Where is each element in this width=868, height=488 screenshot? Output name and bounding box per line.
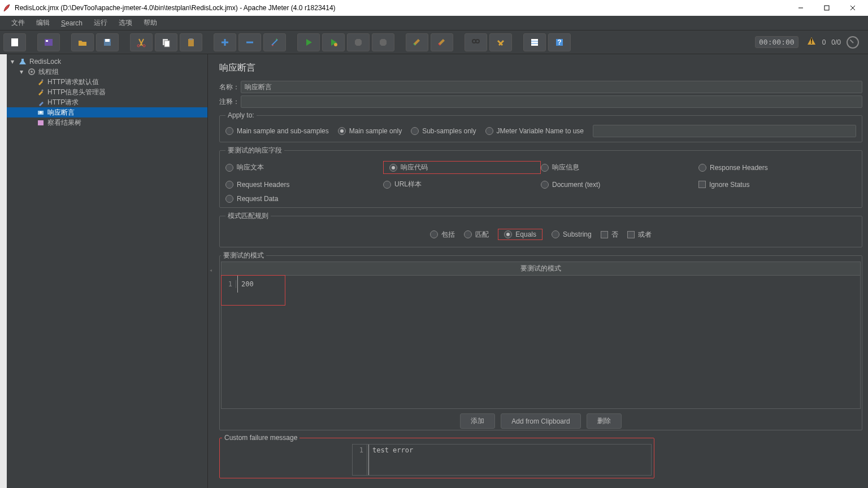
editor-panel: 响应断言 名称： 注释： Apply to: Main sample and s… — [214, 54, 868, 488]
app-icon — [2, 3, 11, 12]
rule-not[interactable]: 否 — [601, 230, 618, 239]
svg-rect-14 — [189, 38, 193, 40]
patterns-table-body[interactable]: 1 200 — [221, 276, 861, 409]
apply-jmeter-var[interactable]: JMeter Variable Name to use — [485, 127, 584, 135]
paste-button[interactable] — [180, 33, 202, 51]
field-document-text[interactable]: Document (text) — [541, 180, 698, 189]
menu-file[interactable]: 文件 — [6, 16, 31, 29]
collapse-button[interactable] — [238, 33, 261, 51]
svg-text:!: ! — [810, 37, 813, 45]
stop-button[interactable] — [347, 33, 370, 51]
svg-point-9 — [137, 45, 140, 47]
gear-icon — [27, 67, 36, 76]
test-field-group: 要测试的响应字段 响应文本 响应代码 响应信息 Response Headers… — [219, 146, 862, 208]
rule-equals[interactable]: Equals — [504, 230, 536, 238]
tree-response-assertion[interactable]: 响应断言 — [7, 107, 207, 117]
warning-count: 0 — [822, 38, 826, 46]
save-button[interactable] — [96, 33, 119, 51]
field-response-message[interactable]: 响应信息 — [541, 161, 698, 174]
add-button[interactable]: 添加 — [460, 413, 495, 429]
cut-button[interactable] — [130, 33, 153, 51]
apply-main-only[interactable]: Main sample only — [338, 127, 402, 135]
custom-failure-input[interactable]: 1 test error — [352, 444, 652, 476]
rule-or[interactable]: 或者 — [627, 230, 652, 239]
function-helper-button[interactable] — [523, 33, 546, 51]
thread-ratio: 0/0 — [831, 38, 841, 46]
copy-button[interactable] — [155, 33, 177, 51]
svg-text:?: ? — [557, 38, 561, 46]
close-button[interactable] — [840, 0, 866, 16]
field-response-code[interactable]: 响应代码 — [389, 163, 428, 172]
svg-point-29 — [31, 71, 33, 73]
apply-sub-only[interactable]: Sub-samples only — [411, 127, 476, 135]
svg-rect-5 — [45, 39, 53, 46]
svg-point-18 — [334, 43, 337, 46]
tree-thread-group[interactable]: ▾ 线程组 — [7, 67, 207, 77]
splitter[interactable] — [208, 54, 214, 488]
pattern-row[interactable]: 1 200 — [222, 276, 285, 293]
add-from-clipboard-button[interactable]: Add from Clipboard — [501, 413, 580, 429]
test-plan-tree[interactable]: ▾ RedisLock ▾ 线程组 HTTP请求默认值 HTTP信息头管理器 H… — [7, 54, 208, 488]
titlebar: RedisLock.jmx (D:\DevTool\apache-jmeter-… — [0, 0, 868, 16]
search-button[interactable] — [465, 33, 487, 51]
menu-run[interactable]: 运行 — [88, 16, 113, 29]
jmeter-var-input[interactable] — [593, 125, 856, 137]
window-title: RedisLock.jmx (D:\DevTool\apache-jmeter-… — [15, 4, 788, 12]
collapse-icon[interactable]: ▾ — [18, 68, 25, 75]
menu-help[interactable]: 帮助 — [138, 16, 163, 29]
clear-button[interactable] — [406, 33, 428, 51]
field-response-headers[interactable]: Response Headers — [698, 161, 856, 174]
field-request-headers[interactable]: Request Headers — [225, 180, 383, 189]
gauge-icon — [847, 36, 859, 49]
minimize-button[interactable] — [788, 0, 814, 16]
expand-button[interactable] — [214, 33, 236, 51]
rule-substring[interactable]: Substring — [552, 230, 592, 238]
rule-contains[interactable]: 包括 — [430, 230, 455, 239]
pattern-value[interactable]: 200 — [237, 276, 254, 293]
wrench-icon — [36, 88, 45, 97]
patterns-table-header: 要测试的模式 — [221, 262, 861, 276]
svg-rect-6 — [46, 40, 48, 42]
field-url-sampled[interactable]: URL样本 — [383, 180, 541, 189]
panel-title: 响应断言 — [219, 62, 862, 74]
field-response-text[interactable]: 响应文本 — [225, 161, 383, 174]
start-no-pause-button[interactable] — [322, 33, 345, 51]
name-input[interactable] — [241, 81, 862, 93]
menubar: 文件 编辑 Search 运行 选项 帮助 — [0, 16, 868, 30]
new-button[interactable] — [3, 33, 26, 51]
reset-search-button[interactable] — [489, 33, 512, 51]
field-ignore-status[interactable]: Ignore Status — [698, 180, 856, 189]
menu-edit[interactable]: 编辑 — [31, 16, 55, 29]
flask-icon — [18, 57, 27, 66]
rule-matches[interactable]: 匹配 — [464, 230, 489, 239]
assertion-icon — [36, 108, 45, 117]
tree-http-request[interactable]: HTTP请求 — [7, 97, 207, 107]
tree-view-results[interactable]: 察看结果树 — [7, 117, 207, 128]
start-button[interactable] — [297, 33, 320, 51]
menu-options[interactable]: 选项 — [113, 16, 138, 29]
help-button[interactable]: ? — [548, 33, 571, 51]
open-button[interactable] — [71, 33, 94, 51]
tree-http-header-mgr[interactable]: HTTP信息头管理器 — [7, 87, 207, 97]
delete-button[interactable]: 删除 — [587, 413, 622, 429]
menu-search[interactable]: Search — [55, 18, 88, 29]
toggle-button[interactable] — [263, 33, 286, 51]
templates-button[interactable] — [37, 33, 60, 51]
field-request-data[interactable]: Request Data — [225, 195, 383, 203]
tree-http-defaults[interactable]: HTTP请求默认值 — [7, 77, 207, 87]
left-gutter — [0, 54, 7, 488]
apply-main-and-sub[interactable]: Main sample and sub-samples — [225, 127, 329, 135]
shutdown-button[interactable] — [372, 33, 394, 51]
clear-all-button[interactable] — [431, 33, 453, 51]
patterns-group: 要测试的模式 要测试的模式 1 200 添加 Add from Clipboar… — [219, 251, 862, 430]
collapse-icon[interactable]: ▾ — [9, 58, 16, 65]
svg-point-31 — [40, 111, 42, 114]
svg-rect-8 — [105, 39, 110, 42]
row-number: 1 — [222, 280, 236, 288]
tree-root[interactable]: ▾ RedisLock — [7, 56, 207, 67]
results-tree-icon — [36, 118, 45, 127]
maximize-button[interactable] — [814, 0, 840, 16]
svg-rect-32 — [38, 120, 44, 125]
comment-input[interactable] — [241, 95, 862, 108]
svg-point-20 — [476, 40, 479, 43]
